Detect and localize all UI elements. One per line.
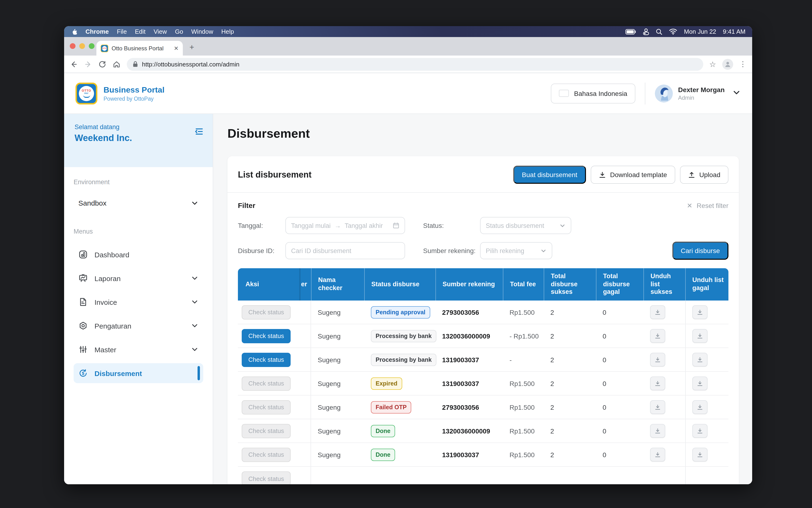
sidebar-collapse-icon[interactable] [194, 126, 204, 139]
col-nama-checker: Nama checker [311, 268, 364, 300]
rekening-cell: 1319003037 [435, 443, 503, 466]
date-range-input[interactable]: Tanggal mulai → Tanggal akhir [285, 217, 405, 234]
download-sukses-button[interactable] [650, 305, 665, 319]
checker-cell: Sugeng [311, 443, 364, 466]
rekening-cell: 1320036000009 [435, 419, 503, 442]
language-button[interactable]: Bahasa Indonesia [551, 83, 635, 103]
chevron-down-icon [191, 346, 199, 353]
check-status-button[interactable]: Check status [242, 329, 291, 343]
download-gagal-button[interactable] [692, 448, 708, 462]
back-icon[interactable] [70, 60, 78, 68]
cari-disburse-button[interactable]: Cari disburse [672, 242, 728, 260]
menu-go[interactable]: Go [175, 28, 183, 35]
disburse-id-input[interactable] [291, 247, 399, 254]
check-status-button[interactable]: Check status [242, 400, 291, 414]
forward-icon[interactable] [84, 60, 92, 68]
sukses-cell: 2 [544, 395, 596, 419]
download-sukses-button[interactable] [650, 424, 665, 438]
spotlight-search-icon[interactable] [656, 28, 663, 35]
download-sukses-button[interactable] [650, 377, 665, 390]
download-gagal-button[interactable] [692, 329, 708, 343]
create-disbursement-button[interactable]: Buat disbursement [513, 166, 586, 184]
tab-strip: OTTO Otto Business Portal ✕ + [64, 37, 752, 55]
battery-icon[interactable] [626, 29, 637, 34]
menu-window[interactable]: Window [191, 28, 213, 35]
col-total-sukses: Total disburse sukses [544, 268, 596, 300]
user-chevron-down-icon[interactable] [732, 88, 741, 98]
control-center-icon[interactable] [643, 28, 649, 35]
chevron-down-icon [191, 322, 199, 330]
check-status-button[interactable]: Check status [242, 305, 291, 319]
user-avatar[interactable] [655, 84, 673, 102]
download-gagal-button[interactable] [692, 353, 708, 367]
check-status-button[interactable]: Check status [242, 424, 291, 438]
download-sukses-button[interactable] [650, 353, 665, 367]
reset-filter-button[interactable]: ✕ Reset filter [687, 202, 728, 209]
gagal-cell: 0 [596, 419, 643, 442]
sidebar-item-laporan[interactable]: Laporan [74, 268, 203, 288]
bookmark-star-icon[interactable]: ☆ [709, 59, 716, 69]
header-divider [645, 82, 645, 104]
download-template-button[interactable]: Download template [591, 166, 675, 184]
download-gagal-button[interactable] [692, 400, 708, 414]
menu-bar: Chrome File Edit View Go Window Help [64, 26, 752, 37]
apple-menu-icon[interactable] [71, 28, 77, 35]
window-zoom-button[interactable] [89, 43, 94, 49]
check-status-button[interactable]: Check status [242, 448, 291, 462]
menu-view[interactable]: View [154, 28, 167, 35]
gagal-cell: 0 [596, 395, 643, 419]
download-icon [697, 333, 703, 339]
new-tab-button[interactable]: + [189, 43, 194, 52]
download-icon [697, 309, 703, 315]
table-row: Check status Sugeng Expired 1319003037 R… [238, 372, 728, 395]
check-status-button[interactable]: Check status [242, 376, 291, 390]
gagal-cell: 0 [596, 443, 643, 466]
gagal-cell: 0 [596, 348, 643, 371]
disburse-id-input-wrap [285, 242, 405, 259]
browser-menu-icon[interactable]: ⋮ [739, 60, 746, 68]
sidebar-item-dashboard[interactable]: Dashboard [74, 245, 203, 264]
checker-cell: Sugeng [311, 324, 364, 347]
address-bar[interactable]: http://ottobusinessportal.com/admin [127, 58, 703, 71]
download-icon [654, 333, 661, 339]
download-sukses-button[interactable] [650, 448, 665, 462]
download-gagal-button[interactable] [692, 305, 708, 319]
sidebar-item-disbursement[interactable]: $ Disbursement [74, 363, 203, 383]
chevron-down-icon [191, 298, 199, 306]
menu-help[interactable]: Help [221, 28, 234, 35]
rekening-cell: 1319003037 [435, 348, 503, 371]
check-status-button[interactable]: Check status [242, 352, 291, 367]
reload-icon[interactable] [98, 60, 106, 68]
wifi-icon[interactable] [669, 29, 677, 35]
menu-app-name[interactable]: Chrome [85, 28, 109, 35]
menu-edit[interactable]: Edit [135, 28, 145, 35]
check-status-button[interactable]: Check status [242, 471, 291, 484]
chevron-down-icon [191, 274, 199, 282]
menu-file[interactable]: File [117, 28, 127, 35]
logo-smile [83, 95, 90, 98]
browser-tab[interactable]: OTTO Otto Business Portal ✕ [96, 41, 183, 55]
download-gagal-button[interactable] [692, 424, 708, 438]
sidebar-item-label: Dashboard [94, 250, 199, 258]
status-select[interactable]: Status disbursement [480, 217, 571, 234]
sidebar-item-pengaturan[interactable]: Pengaturan [74, 316, 203, 336]
browser-profile-icon[interactable] [722, 59, 733, 70]
sumber-rekening-select[interactable]: Pilih rekening [480, 242, 552, 259]
window-minimize-button[interactable] [79, 43, 85, 49]
environment-select[interactable]: Sandbox [74, 199, 203, 207]
dashboard-icon [78, 250, 88, 259]
menu-date[interactable]: Mon Jun 22 [684, 28, 716, 35]
download-icon [697, 404, 703, 411]
download-gagal-button[interactable] [692, 377, 708, 390]
home-icon[interactable] [113, 60, 121, 68]
checker-cell: Sugeng [311, 348, 364, 371]
upload-button[interactable]: Upload [680, 166, 728, 184]
app-root: OTTO PAY Business Portal Powered by Otto… [64, 73, 752, 484]
menu-time[interactable]: 9:41 AM [723, 28, 745, 35]
download-sukses-button[interactable] [650, 400, 665, 414]
sidebar-item-master[interactable]: Master [74, 339, 203, 359]
download-sukses-button[interactable] [650, 329, 665, 343]
sidebar-item-invoice[interactable]: Invoice [74, 292, 203, 312]
window-close-button[interactable] [70, 43, 76, 49]
tab-close-icon[interactable]: ✕ [174, 45, 178, 51]
